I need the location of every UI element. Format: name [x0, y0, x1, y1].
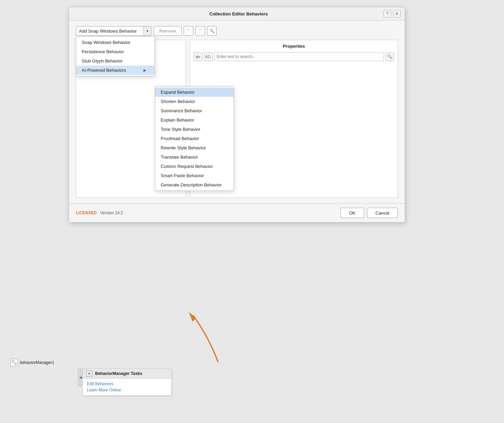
submenu-item-tone-style[interactable]: Tone Style Behavior: [155, 125, 233, 134]
remove-button[interactable]: Remove: [153, 26, 182, 36]
menu-item-ai-powered[interactable]: AI-Powered Behaviors ▶: [76, 66, 154, 75]
task-panel: ◀ ⊞ BehaviorManager Tasks Edit Behaviors…: [82, 368, 172, 396]
chevron-down-icon: ˅: [187, 28, 190, 33]
submenu-item-smart-paste-label: Smart Paste Behavior: [161, 173, 204, 178]
properties-search-icon: 🔍: [385, 52, 394, 61]
task-panel-icon: ⊞: [86, 370, 92, 377]
version-text: Version 24.2: [100, 210, 123, 215]
sort-list-icon-button[interactable]: ⊞≡: [194, 52, 203, 61]
task-panel-title: BehaviorManager Tasks: [95, 371, 142, 376]
help-button[interactable]: ?: [383, 10, 391, 18]
component-label: behaviorManager1: [20, 360, 54, 365]
learn-more-link[interactable]: Learn More Online: [87, 388, 167, 392]
footer-left: LICENSED Version 24.2: [76, 210, 123, 215]
add-behavior-dropdown-arrow[interactable]: ▼: [144, 26, 151, 35]
behavior-dropdown-menu: Snap Windows Behavior Persistence Behavi…: [76, 36, 155, 76]
submenu-item-explain-label: Explain Behavior: [161, 117, 194, 123]
submenu-item-custom-request-label: Custom Request Behavior: [161, 164, 213, 169]
toolbar: Add Snap Windows Behavior ▼ Remove ˅ ˄ 🔍…: [76, 26, 398, 36]
submenu-item-generate-description[interactable]: Generate Description Behavior: [155, 180, 233, 190]
arrow-annotation: [168, 306, 237, 368]
submenu-item-explain[interactable]: Explain Behavior: [155, 115, 233, 125]
add-behavior-button[interactable]: Add Snap Windows Behavior ▼: [76, 26, 151, 36]
footer-buttons: OK Cancel: [341, 208, 398, 218]
dialog-title-bold: Behaviors: [246, 11, 268, 16]
dialog-title: Collection Editor Behaviors: [94, 11, 383, 16]
submenu-item-custom-request[interactable]: Custom Request Behavior: [155, 162, 233, 171]
title-icons: ? ✕: [383, 10, 401, 18]
submenu-item-proofread-label: Proofread Behavior: [161, 136, 199, 141]
ok-button[interactable]: OK: [341, 208, 364, 218]
svg-rect-1: [12, 361, 14, 362]
submenu-item-summarize-label: Summarize Behavior: [161, 108, 202, 113]
menu-item-snap-windows-label: Snap Windows Behavior: [82, 40, 130, 45]
properties-header: Properties: [194, 44, 394, 49]
submenu-item-expand-label: Expand Behavior: [161, 90, 195, 95]
properties-search-input[interactable]: [214, 52, 384, 61]
collection-editor-dialog: Collection Editor Behaviors ? ✕ Add Snap…: [69, 7, 405, 222]
submenu-item-translate-label: Translate Behavior: [161, 155, 198, 160]
collapse-handle[interactable]: ◀: [78, 369, 83, 386]
add-behavior-label: Add Snap Windows Behavior: [76, 28, 144, 34]
search-icon: 🔍: [209, 28, 215, 33]
move-down-button[interactable]: ˅: [184, 26, 193, 36]
cancel-button[interactable]: Cancel: [367, 208, 398, 218]
search-toolbar-button[interactable]: 🔍: [207, 26, 217, 36]
sort-az-icon: AZ↓: [205, 55, 211, 59]
properties-toolbar: ⊞≡ AZ↓ 🔍: [194, 52, 394, 61]
submenu-item-rewrite-style[interactable]: Rewrite Style Behavior: [155, 143, 233, 152]
menu-item-snap-windows[interactable]: Snap Windows Behavior: [76, 38, 154, 47]
component-resize-icon: [10, 359, 18, 366]
sort-list-icon: ⊞≡: [196, 55, 201, 59]
menu-item-stub-glyph[interactable]: Stub Glyph Behavior: [76, 56, 154, 66]
submenu-item-smart-paste[interactable]: Smart Paste Behavior: [155, 171, 233, 180]
edit-behaviors-link[interactable]: Edit Behaviors: [87, 381, 167, 386]
component-item: behaviorManager1: [10, 359, 54, 366]
close-button[interactable]: ✕: [393, 10, 401, 18]
dialog-title-prefix: Collection Editor: [209, 11, 247, 16]
menu-item-stub-glyph-label: Stub Glyph Behavior: [82, 58, 123, 64]
task-panel-header: ⊞ BehaviorManager Tasks: [83, 369, 171, 379]
submenu-item-expand[interactable]: Expand Behavior: [155, 88, 233, 97]
sort-az-icon-button[interactable]: AZ↓: [204, 52, 213, 61]
menu-item-persistence[interactable]: Persistence Behavior: [76, 47, 154, 56]
move-up-button[interactable]: ˄: [195, 26, 205, 36]
dialog-body: Add Snap Windows Behavior ▼ Remove ˅ ˄ 🔍…: [69, 21, 405, 198]
submenu-item-tone-style-label: Tone Style Behavior: [161, 127, 201, 132]
submenu-item-rewrite-style-label: Rewrite Style Behavior: [161, 145, 206, 150]
submenu-item-generate-description-label: Generate Description Behavior: [161, 182, 222, 187]
submenu-item-translate[interactable]: Translate Behavior: [155, 152, 233, 162]
submenu-arrow-icon: ▶: [144, 68, 146, 72]
dialog-footer: LICENSED Version 24.2 OK Cancel: [69, 203, 405, 222]
menu-item-ai-powered-label: AI-Powered Behaviors: [82, 68, 126, 73]
ai-behaviors-submenu: Expand Behavior Shorten Behavior Summari…: [155, 86, 234, 191]
submenu-item-shorten-label: Shorten Behavior: [161, 99, 195, 104]
submenu-item-proofread[interactable]: Proofread Behavior: [155, 134, 233, 143]
svg-rect-2: [14, 363, 16, 365]
menu-item-persistence-label: Persistence Behavior: [82, 49, 124, 54]
dialog-titlebar: Collection Editor Behaviors ? ✕: [69, 7, 405, 21]
submenu-item-shorten[interactable]: Shorten Behavior: [155, 97, 233, 106]
submenu-item-summarize[interactable]: Summarize Behavior: [155, 106, 233, 115]
dropdown-arrow-icon: ▼: [146, 29, 149, 33]
task-panel-body: Edit Behaviors Learn More Online: [83, 379, 171, 395]
licensed-badge: LICENSED: [76, 210, 97, 215]
chevron-up-icon: ˄: [199, 28, 201, 33]
